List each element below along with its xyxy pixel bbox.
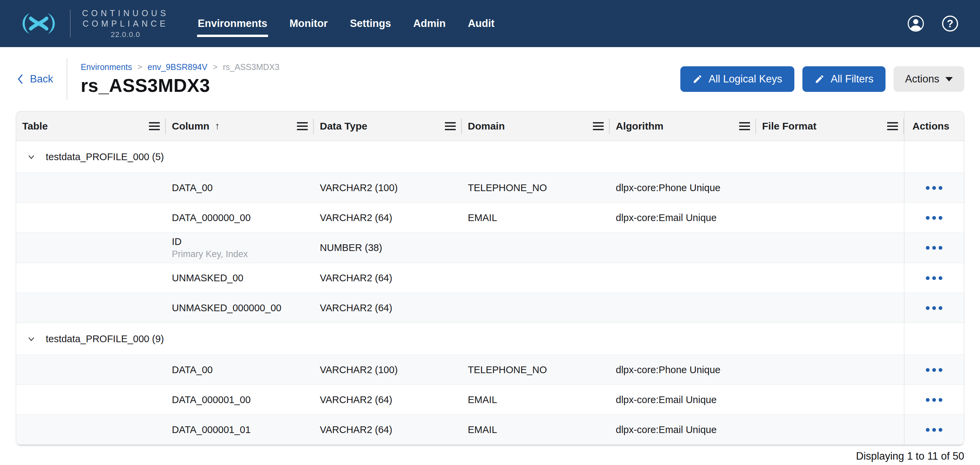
cell-column: DATA_000000_00 xyxy=(166,203,314,232)
column-header-data-type[interactable]: Data Type xyxy=(314,111,462,141)
back-button[interactable]: Back xyxy=(16,73,53,85)
ellipsis-dot-icon xyxy=(932,306,936,310)
cell-subtext: Primary Key, Index xyxy=(172,249,310,260)
help-icon[interactable]: ? xyxy=(942,15,958,32)
cell-domain: TELEPHONE_NO xyxy=(462,355,610,385)
ellipsis-dot-icon xyxy=(939,186,942,190)
chevron-down-icon[interactable] xyxy=(26,152,36,162)
table-row: DATA_000001_00VARCHAR2 (64)EMAILdlpx-cor… xyxy=(16,385,964,415)
cell-data-type: VARCHAR2 (64) xyxy=(314,415,462,444)
table-row: DATA_000001_01VARCHAR2 (64)EMAILdlpx-cor… xyxy=(16,415,964,444)
breadcrumb-separator-icon: > xyxy=(213,62,218,72)
column-header-table[interactable]: Table xyxy=(16,111,166,141)
row-actions-button[interactable] xyxy=(921,393,947,406)
cell-text: DATA_00 xyxy=(172,182,310,193)
cell-actions xyxy=(904,233,964,263)
ellipsis-dot-icon xyxy=(926,216,929,220)
table-header-row: TableColumn↑Data TypeDomainAlgorithmFile… xyxy=(16,111,964,141)
column-header-label: Actions xyxy=(912,121,950,132)
column-header-label: Domain xyxy=(468,121,505,132)
nav-item-environments[interactable]: Environments xyxy=(197,14,268,33)
breadcrumb-item-rs-ass3mdx3: rs_ASS3MDX3 xyxy=(223,62,280,72)
column-menu-icon[interactable] xyxy=(297,122,308,130)
row-actions-button[interactable] xyxy=(921,301,947,315)
product-name-line1: CONTINUOUS xyxy=(82,8,169,19)
cell-data-type: VARCHAR2 (64) xyxy=(314,263,462,293)
column-header-label: File Format xyxy=(762,121,816,132)
cell-data-type: VARCHAR2 (100) xyxy=(314,173,462,202)
column-menu-icon[interactable] xyxy=(149,122,160,130)
cell-text: DATA_000001_00 xyxy=(172,394,310,405)
product-name-line2: COMPLIANCE xyxy=(83,19,168,29)
ellipsis-dot-icon xyxy=(926,246,929,250)
row-actions-button[interactable] xyxy=(921,182,947,194)
nav-item-settings[interactable]: Settings xyxy=(349,14,391,33)
header-actions: All Logical Keys All Filters Actions xyxy=(680,66,964,92)
chevron-down-icon[interactable] xyxy=(26,334,36,344)
page-header: Back Environments>env_9BSR894V>rs_ASS3MD… xyxy=(0,47,980,111)
ellipsis-dot-icon xyxy=(926,306,929,310)
nav-item-monitor[interactable]: Monitor xyxy=(289,14,329,33)
cell-algorithm: dlpx-core:Phone Unique xyxy=(610,173,756,202)
cell-actions xyxy=(904,293,964,323)
column-header-domain[interactable]: Domain xyxy=(462,111,610,141)
chevron-down-icon xyxy=(945,77,953,81)
ellipsis-dot-icon xyxy=(932,368,936,372)
delphix-logo-icon[interactable] xyxy=(19,10,59,37)
chevron-left-icon xyxy=(16,73,25,85)
cell-text: VARCHAR2 (64) xyxy=(320,303,458,314)
cell-data-type: VARCHAR2 (64) xyxy=(314,203,462,232)
row-actions-button[interactable] xyxy=(921,423,947,436)
cell-domain: TELEPHONE_NO xyxy=(462,173,610,202)
edit-pencil-icon xyxy=(815,74,825,84)
ellipsis-dot-icon xyxy=(932,246,936,250)
column-header-label: Data Type xyxy=(320,121,367,132)
ellipsis-dot-icon xyxy=(939,306,942,310)
nav-item-audit[interactable]: Audit xyxy=(467,14,495,33)
all-filters-button[interactable]: All Filters xyxy=(802,66,886,92)
column-header-file-format[interactable]: File Format xyxy=(756,111,904,141)
cell-text: dlpx-core:Phone Unique xyxy=(616,365,752,376)
cell-domain: EMAIL xyxy=(462,203,610,232)
cell-text: UNMASKED_000000_00 xyxy=(172,303,310,314)
all-logical-keys-label: All Logical Keys xyxy=(709,73,782,85)
nav-item-admin[interactable]: Admin xyxy=(413,14,446,33)
cell-text: VARCHAR2 (64) xyxy=(320,424,458,435)
column-header-algorithm[interactable]: Algorithm xyxy=(610,111,756,141)
ellipsis-dot-icon xyxy=(939,246,942,250)
ellipsis-dot-icon xyxy=(939,276,942,280)
column-menu-icon[interactable] xyxy=(887,122,898,130)
cell-actions xyxy=(904,203,964,232)
breadcrumb-item-env-9bsr894v[interactable]: env_9BSR894V xyxy=(148,62,207,72)
cell-file-format xyxy=(756,173,904,202)
group-toggle[interactable]: testdata_PROFILE_000 (5) xyxy=(16,141,904,173)
product-name: CONTINUOUS COMPLIANCE 22.0.0.0 xyxy=(82,8,169,39)
cell-text: dlpx-core:Email Unique xyxy=(616,424,752,435)
user-account-icon[interactable] xyxy=(907,15,924,32)
page-title: rs_ASS3MDX3 xyxy=(81,75,280,96)
all-logical-keys-button[interactable]: All Logical Keys xyxy=(680,66,794,92)
column-menu-icon[interactable] xyxy=(593,122,604,130)
breadcrumb-separator-icon: > xyxy=(138,62,142,72)
ellipsis-dot-icon xyxy=(926,186,929,190)
column-header-actions[interactable]: Actions xyxy=(904,111,964,141)
header-divider xyxy=(67,59,67,100)
column-menu-icon[interactable] xyxy=(739,122,750,130)
row-actions-button[interactable] xyxy=(921,241,947,254)
column-header-column[interactable]: Column↑ xyxy=(166,111,314,141)
row-actions-button[interactable] xyxy=(921,211,947,225)
cell-algorithm: dlpx-core:Email Unique xyxy=(610,203,756,232)
cell-text: VARCHAR2 (64) xyxy=(320,394,458,405)
actions-label: Actions xyxy=(905,73,939,85)
cell-table xyxy=(16,385,166,414)
row-actions-button[interactable] xyxy=(921,272,947,285)
column-menu-icon[interactable] xyxy=(445,122,456,130)
cell-actions xyxy=(904,355,964,385)
cell-table xyxy=(16,233,166,263)
svg-text:?: ? xyxy=(947,18,953,30)
breadcrumb-item-environments[interactable]: Environments xyxy=(81,62,132,72)
row-actions-button[interactable] xyxy=(921,363,947,376)
group-toggle[interactable]: testdata_PROFILE_000 (9) xyxy=(16,323,904,355)
cell-actions xyxy=(904,385,964,414)
actions-menu-button[interactable]: Actions xyxy=(894,66,964,92)
